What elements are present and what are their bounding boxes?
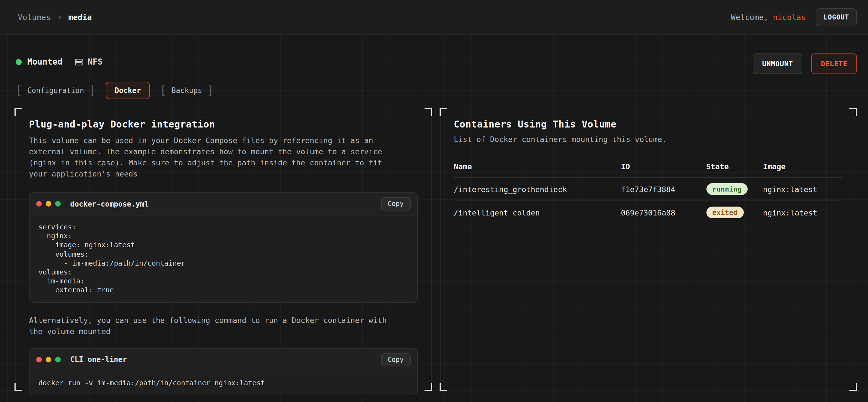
- table-row[interactable]: /interesting_grothendieck f1e73e7f3884 r…: [454, 178, 842, 201]
- username: nicolas: [773, 12, 806, 22]
- containers-table: Name ID State Image /interesting_grothen…: [454, 158, 842, 224]
- tab-configuration[interactable]: [ Configuration ]: [16, 85, 96, 96]
- breadcrumb: Volumes › media: [18, 12, 92, 22]
- corner-bracket: [14, 108, 22, 116]
- cli-code-block: CLI one-liner Copy docker run -v im-medi…: [29, 348, 417, 395]
- app-root: Volumes › media Welcome, nicolas LOGOUT …: [0, 0, 868, 402]
- mount-status-label: Mounted: [27, 57, 62, 67]
- compose-code: services: nginx: image: nginx:latest vol…: [30, 215, 417, 302]
- delete-button[interactable]: DELETE: [811, 54, 857, 74]
- mounted-status-dot-icon: [16, 59, 22, 65]
- window-dot-green-icon: [55, 357, 61, 362]
- docker-integration-panel: Plug-and-play Docker integration This vo…: [15, 108, 432, 390]
- main-content: Plug-and-play Docker integration This vo…: [15, 108, 856, 390]
- window-dot-red-icon: [36, 357, 42, 362]
- table-header-row: Name ID State Image: [454, 158, 842, 178]
- docker-panel-title: Plug-and-play Docker integration: [29, 119, 417, 130]
- state-badge: exited: [706, 207, 743, 218]
- fs-type-label: NFS: [88, 57, 102, 67]
- tab-bracket-left: [: [160, 85, 166, 96]
- window-dot-yellow-icon: [46, 201, 51, 207]
- container-name: /intelligent_colden: [454, 208, 621, 217]
- volume-tabs: [ Configuration ] Docker [ Backups ]: [16, 81, 214, 100]
- copy-cli-button[interactable]: Copy: [381, 353, 410, 366]
- containers-panel: Containers Using This Volume List of Doc…: [440, 108, 856, 390]
- window-dot-yellow-icon: [46, 357, 51, 362]
- welcome-prefix: Welcome,: [731, 12, 769, 22]
- container-name: /interesting_grothendieck: [454, 185, 621, 194]
- column-header-id: ID: [621, 162, 706, 171]
- container-state-cell: exited: [706, 207, 763, 218]
- tab-bracket-left: [: [16, 85, 22, 96]
- container-image: nginx:latest: [763, 185, 842, 194]
- corner-bracket: [849, 383, 857, 391]
- container-id: f1e73e7f3884: [621, 185, 706, 194]
- welcome-text: Welcome, nicolas: [731, 12, 806, 22]
- column-header-image: Image: [763, 162, 842, 171]
- corner-bracket: [424, 383, 432, 391]
- topbar-right: Welcome, nicolas LOGOUT: [731, 8, 857, 26]
- cli-code: docker run -v im-media:/path/in/containe…: [30, 371, 417, 395]
- unmount-button[interactable]: UNMOUNT: [753, 54, 803, 74]
- container-state-cell: running: [706, 183, 763, 195]
- volume-status-row: Mounted NFS: [16, 55, 103, 68]
- tab-bracket-right: ]: [89, 85, 96, 96]
- tab-docker[interactable]: Docker: [106, 81, 150, 99]
- containers-panel-subtitle: List of Docker containers mounting this …: [454, 135, 842, 144]
- column-header-state: State: [706, 162, 763, 171]
- docker-panel-description: This volume can be used in your Docker C…: [29, 135, 403, 179]
- chevron-right-icon: ›: [57, 12, 62, 22]
- containers-panel-title: Containers Using This Volume: [454, 119, 842, 130]
- logout-button[interactable]: LOGOUT: [816, 8, 857, 26]
- topbar: Volumes › media Welcome, nicolas LOGOUT: [0, 0, 868, 35]
- column-header-name: Name: [454, 162, 621, 171]
- cli-code-header: CLI one-liner Copy: [30, 348, 417, 371]
- compose-code-block: docker-compose.yml Copy services: nginx:…: [29, 192, 417, 303]
- tab-configuration-label: Configuration: [27, 86, 84, 94]
- compose-code-header: docker-compose.yml Copy: [30, 193, 417, 215]
- copy-compose-button[interactable]: Copy: [381, 197, 410, 210]
- cli-filename: CLI one-liner: [70, 355, 127, 364]
- corner-bracket: [849, 108, 857, 116]
- corner-bracket: [14, 383, 22, 391]
- compose-filename: docker-compose.yml: [70, 200, 149, 208]
- breadcrumb-current-volume: media: [68, 12, 92, 22]
- state-badge: running: [706, 183, 748, 195]
- tab-backups-label: Backups: [172, 86, 202, 94]
- breadcrumb-volumes-link[interactable]: Volumes: [18, 12, 51, 22]
- window-dot-red-icon: [36, 201, 42, 207]
- corner-bracket: [439, 383, 447, 391]
- tab-backups[interactable]: [ Backups ]: [160, 85, 214, 96]
- volume-actions: UNMOUNT DELETE: [753, 54, 857, 74]
- cli-intro-text: Alternatively, you can use the following…: [29, 314, 403, 337]
- container-image: nginx:latest: [763, 208, 842, 217]
- corner-bracket: [424, 108, 432, 116]
- container-id: 069e73016a88: [621, 208, 706, 217]
- server-stack-icon: [75, 58, 83, 66]
- window-dot-green-icon: [55, 201, 61, 207]
- corner-bracket: [439, 108, 447, 116]
- tab-docker-label: Docker: [115, 86, 141, 94]
- tab-bracket-right: ]: [207, 85, 214, 96]
- table-row[interactable]: /intelligent_colden 069e73016a88 exited …: [454, 201, 842, 224]
